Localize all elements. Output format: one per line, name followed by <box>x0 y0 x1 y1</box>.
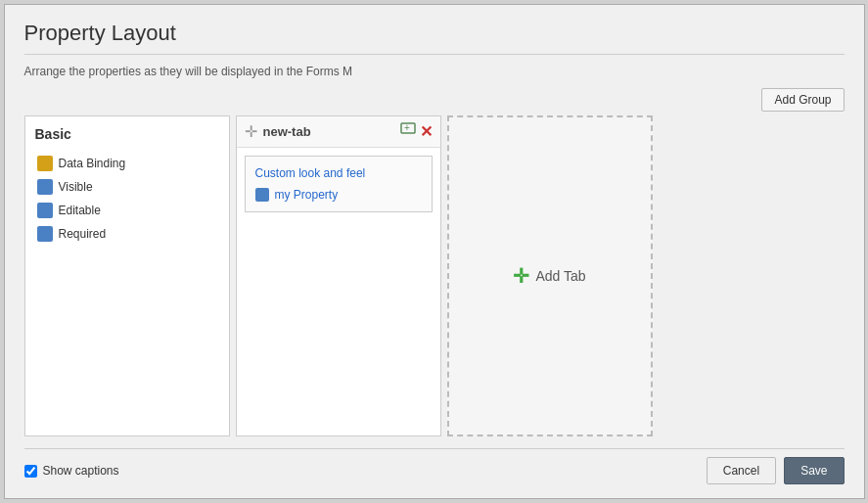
basic-item-label: Data Binding <box>59 157 126 170</box>
tab-header-left: ✛ new-tab <box>245 122 311 141</box>
show-captions-checkbox[interactable] <box>24 465 37 478</box>
basic-panel: Basic Data Binding Visible Editable Requ… <box>24 115 230 436</box>
add-group-button[interactable]: Add Group <box>761 88 844 112</box>
basic-item-label: Editable <box>59 204 101 217</box>
footer-buttons: Cancel Save <box>707 457 845 484</box>
required-icon <box>37 226 53 242</box>
db-icon <box>37 156 53 171</box>
basic-item-editable[interactable]: Editable <box>35 199 219 222</box>
main-area: Basic Data Binding Visible Editable Requ… <box>24 115 845 436</box>
tab-close-icon[interactable]: ✕ <box>420 122 433 141</box>
tab-add-group-icon[interactable]: + <box>400 122 416 141</box>
group-item-custom[interactable]: Custom look and feel <box>253 162 424 184</box>
drag-handle-icon[interactable]: ✛ <box>245 122 257 141</box>
group-box: Custom look and feel my Property <box>245 156 433 212</box>
show-captions-label[interactable]: Show captions <box>24 464 119 478</box>
tab-name[interactable]: new-tab <box>263 124 311 139</box>
svg-text:+: + <box>404 122 410 133</box>
title-divider <box>24 54 845 55</box>
visible-icon <box>37 179 53 195</box>
add-tab-label: Add Tab <box>535 268 585 284</box>
basic-item-label: Visible <box>59 180 93 194</box>
toolbar: Add Group <box>24 88 845 112</box>
tab-header: ✛ new-tab + ✕ <box>237 116 440 148</box>
cancel-button[interactable]: Cancel <box>707 457 776 484</box>
basic-panel-heading: Basic <box>35 126 219 142</box>
footer: Show captions Cancel Save <box>24 448 845 484</box>
basic-item-visible[interactable]: Visible <box>35 175 219 199</box>
save-button[interactable]: Save <box>784 457 844 484</box>
basic-item-databinding[interactable]: Data Binding <box>35 152 219 175</box>
dialog-title: Property Layout <box>24 21 845 46</box>
show-captions-text: Show captions <box>43 464 119 478</box>
basic-item-label: Required <box>59 227 107 241</box>
tab-panel-newtab: ✛ new-tab + ✕ <box>236 115 441 436</box>
tab-panel-container: ✛ new-tab + ✕ <box>236 115 845 436</box>
tab-header-right: + ✕ <box>400 122 433 141</box>
add-tab-plus-icon: ✛ <box>513 264 529 288</box>
subtitle: Arrange the properties as they will be d… <box>24 65 845 78</box>
add-tab-panel[interactable]: ✛ Add Tab <box>447 115 653 436</box>
tab-content: Custom look and feel my Property <box>237 148 440 435</box>
property-layout-dialog: Property Layout Arrange the properties a… <box>4 4 865 499</box>
prop-icon <box>255 188 269 202</box>
myproperty-item-label: my Property <box>275 188 339 202</box>
group-item-myproperty[interactable]: my Property <box>253 184 424 206</box>
custom-item-label: Custom look and feel <box>255 166 366 180</box>
basic-item-required[interactable]: Required <box>35 222 219 246</box>
editable-icon <box>37 203 53 218</box>
